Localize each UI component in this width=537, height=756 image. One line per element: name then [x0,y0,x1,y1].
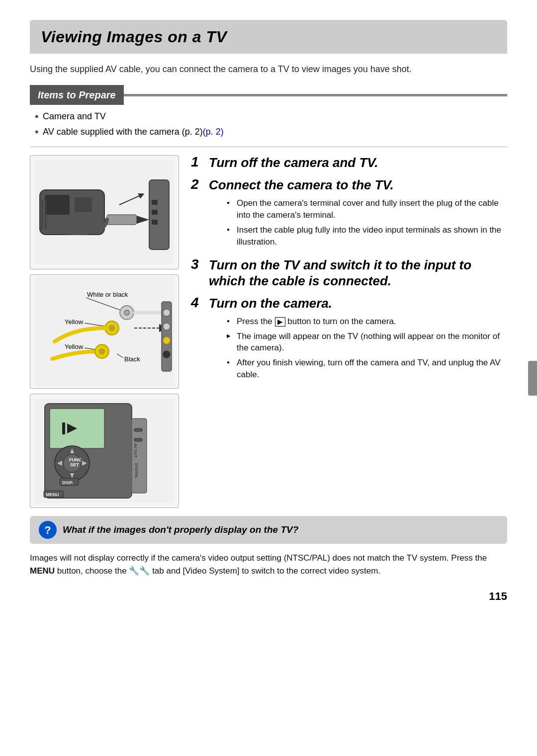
heading-line [124,94,507,96]
svg-point-28 [99,349,104,354]
items-list: Camera and TV AV cable supplied with the… [30,110,507,139]
list-item: Camera and TV [35,110,507,123]
step-4-title: Turn on the camera. [209,296,332,311]
illustration-camera-back: FUNC SET DISP. MENU AV OUT DIGITAL [30,394,179,508]
question-box: ? What if the images don't properly disp… [30,516,507,544]
svg-point-33 [163,323,170,330]
menu-word: MENU [30,566,55,576]
step-4-content: Turn on the camera. Press the ▶ button t… [209,296,507,384]
items-to-prepare-heading: Items to Prepare [30,85,124,105]
page-number: 115 [30,588,507,604]
step-4-bullets: Press the ▶ button to turn on the camera… [227,316,507,381]
wrench-symbol: 🔧🔧 [129,566,150,576]
svg-rect-53 [134,438,142,441]
steps-row: White or black Yellow Yellow Black [30,155,507,508]
svg-rect-52 [134,428,142,431]
camera-plug-svg [35,160,174,264]
step-4-bullet-1: Press the ▶ button to turn on the camera… [227,316,507,328]
svg-point-34 [163,337,170,344]
images-column: White or black Yellow Yellow Black [30,155,179,508]
question-icon: ? [39,521,57,539]
svg-point-23 [124,310,129,315]
svg-rect-7 [152,200,158,205]
step-2-bullet-1: Open the camera's terminal cover and ful… [227,197,507,221]
svg-text:White or black: White or black [87,291,128,298]
svg-text:Yellow: Yellow [65,318,84,326]
step-2-number: 2 [191,177,205,191]
step-2-title: Connect the camera to the TV. [209,177,394,192]
svg-point-32 [163,309,170,316]
page-link[interactable]: (p. 2) [203,127,224,137]
question-text: What if the images don't properly displa… [63,523,298,537]
svg-text:DISP.: DISP. [62,480,73,485]
page-title: Viewing Images on a TV [41,25,496,49]
step-4-bullet-2: The image will appear on the TV (nothing… [227,331,507,354]
step-3-number: 3 [191,257,205,271]
step-1-title: Turn off the camera and TV. [209,155,378,170]
step-2-bullets: Open the camera's terminal cover and ful… [227,197,507,248]
svg-point-26 [109,326,114,331]
svg-text:AV OUT: AV OUT [133,443,138,458]
page-title-bar: Viewing Images on a TV [30,20,507,54]
step-3-title: Turn on the TV and switch it to the inpu… [209,257,507,288]
svg-rect-40 [62,422,65,434]
svg-text:MENU: MENU [46,492,59,497]
illustration-cable-connectors: White or black Yellow Yellow Black [30,274,179,389]
svg-rect-6 [149,180,169,250]
svg-text:Yellow: Yellow [65,343,84,350]
svg-text:SET: SET [70,462,79,467]
svg-point-35 [163,351,170,358]
step-4-bullet-3: After you finish viewing, turn off the c… [227,357,507,381]
step-2: 2 Connect the camera to the TV. Open the… [191,177,507,251]
items-to-prepare-section: Items to Prepare [30,85,507,105]
list-item: AV cable supplied with the camera (p. 2)… [35,125,507,139]
svg-rect-4 [107,215,137,225]
camera-back-svg: FUNC SET DISP. MENU AV OUT DIGITAL [35,399,174,503]
right-tab [528,361,537,396]
steps-column: 1 Turn off the camera and TV. 2 Connect … [191,155,507,508]
intro-text: Using the supplied AV cable, you can con… [30,63,507,76]
play-button-icon: ▶ [275,317,285,327]
answer-text: Images will not display correctly if the… [30,552,507,578]
section-divider [30,147,507,147]
step-3: 3 Turn on the TV and switch it to the in… [191,257,507,288]
svg-rect-3 [75,197,92,212]
svg-text:Black: Black [124,355,140,363]
svg-rect-9 [152,220,158,225]
svg-text:DIGITAL: DIGITAL [134,463,139,479]
step-1: 1 Turn off the camera and TV. [191,155,507,170]
step-1-number: 1 [191,155,205,169]
cable-connectors-svg: White or black Yellow Yellow Black [35,277,174,386]
svg-rect-8 [152,210,158,215]
step-4-number: 4 [191,296,205,310]
step-2-bullet-2: Insert the cable plug fully into the vid… [227,224,507,248]
illustration-camera-plug [30,155,179,269]
step-2-content: Connect the camera to the TV. Open the c… [209,177,507,251]
svg-text:FUNC: FUNC [69,457,82,462]
svg-rect-2 [45,195,70,215]
step-4: 4 Turn on the camera. Press the ▶ button… [191,296,507,384]
